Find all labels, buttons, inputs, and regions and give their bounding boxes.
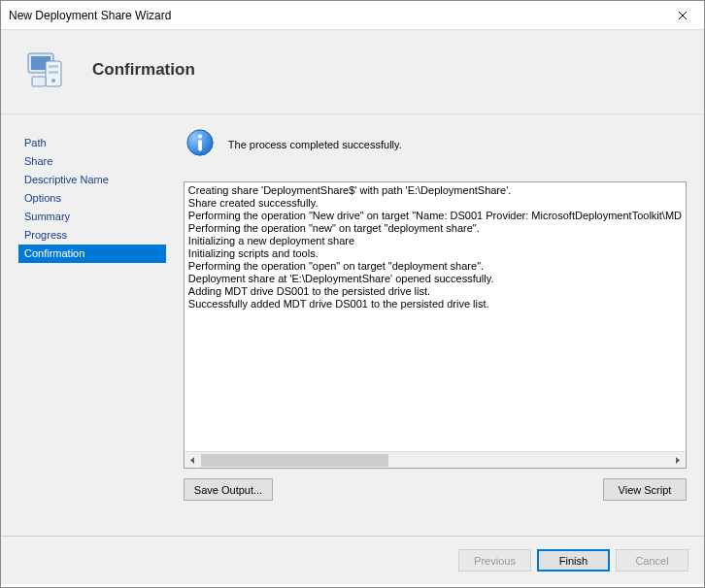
- scroll-right-arrow[interactable]: [669, 452, 686, 469]
- svg-rect-3: [49, 65, 58, 68]
- svg-rect-4: [49, 71, 58, 74]
- log-text: Creating share 'DeploymentShare$' with p…: [185, 182, 686, 451]
- svg-point-5: [51, 79, 55, 82]
- cancel-button: Cancel: [616, 549, 688, 572]
- wizard-header: Confirmation: [1, 30, 704, 114]
- view-script-button[interactable]: View Script: [603, 478, 687, 501]
- svg-rect-6: [32, 77, 46, 86]
- wizard-body: Path Share Descriptive Name Options Summ…: [1, 114, 704, 536]
- horizontal-scrollbar[interactable]: [185, 451, 686, 468]
- content-pane: The process completed successfully. Crea…: [184, 128, 687, 536]
- step-summary[interactable]: Summary: [18, 208, 166, 226]
- finish-button[interactable]: Finish: [537, 549, 610, 572]
- page-title: Confirmation: [92, 60, 195, 80]
- step-path[interactable]: Path: [18, 134, 166, 152]
- scroll-track[interactable]: [201, 452, 669, 468]
- scroll-thumb[interactable]: [201, 454, 388, 467]
- wizard-footer: Previous Finish Cancel: [1, 536, 704, 584]
- window-title: New Deployment Share Wizard: [9, 9, 171, 22]
- titlebar: New Deployment Share Wizard: [1, 1, 704, 30]
- close-icon: [678, 11, 688, 20]
- step-options[interactable]: Options: [18, 189, 166, 208]
- svg-rect-9: [198, 140, 202, 150]
- step-confirmation[interactable]: Confirmation: [18, 245, 166, 263]
- step-descriptive-name[interactable]: Descriptive Name: [18, 171, 166, 189]
- action-row: Save Output... View Script: [184, 478, 687, 501]
- svg-point-8: [198, 134, 202, 138]
- step-share[interactable]: Share: [18, 152, 166, 171]
- save-output-button[interactable]: Save Output...: [184, 478, 273, 501]
- status-row: The process completed successfully.: [185, 128, 687, 160]
- previous-button: Previous: [458, 549, 531, 572]
- scroll-left-arrow[interactable]: [185, 452, 201, 469]
- status-message: The process completed successfully.: [228, 139, 402, 150]
- step-progress[interactable]: Progress: [18, 226, 166, 245]
- step-list: Path Share Descriptive Name Options Summ…: [18, 128, 166, 536]
- info-icon: [185, 128, 215, 160]
- close-button[interactable]: [660, 1, 704, 29]
- log-output[interactable]: Creating share 'DeploymentShare$' with p…: [184, 181, 687, 469]
- computer-icon: [26, 48, 71, 92]
